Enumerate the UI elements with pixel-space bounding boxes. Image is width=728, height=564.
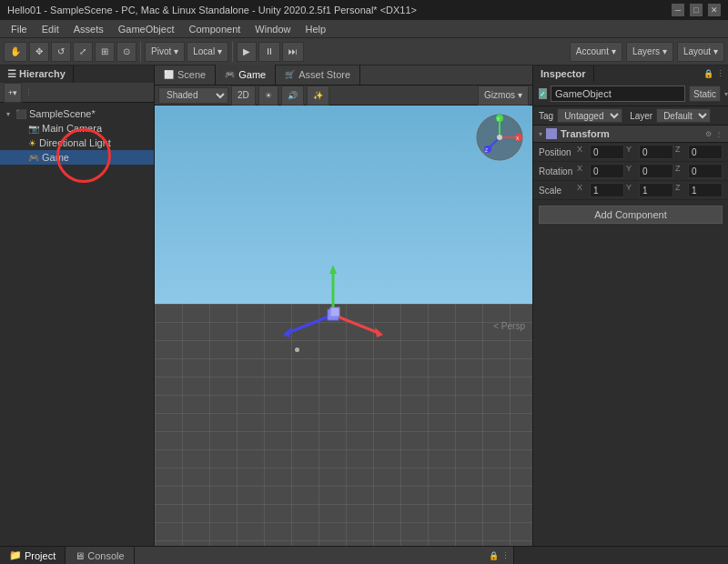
pivot-label: Pivot xyxy=(151,46,171,56)
tool-hand[interactable]: ✋ xyxy=(4,42,27,62)
layer-dropdown[interactable]: Default xyxy=(656,108,711,123)
static-button[interactable]: Static xyxy=(689,86,721,102)
position-fields: X Y Z xyxy=(577,145,723,159)
layout-label: Layout xyxy=(683,46,711,56)
shading-dropdown[interactable]: Shaded Wireframe xyxy=(158,87,228,104)
fx-button[interactable]: ✨ xyxy=(307,86,329,106)
menu-file[interactable]: File xyxy=(4,22,35,36)
tab-project[interactable]: 📁 Project xyxy=(0,547,66,564)
tool-rect[interactable]: ⊞ xyxy=(95,42,115,62)
hierarchy-samplescene-label: SampleScene* xyxy=(29,108,96,119)
position-z-input[interactable] xyxy=(688,145,723,159)
menu-bar: File Edit Assets GameObject Component Wi… xyxy=(0,20,728,38)
inspector-tab[interactable]: Inspector xyxy=(533,65,594,82)
transform-settings-icon[interactable]: ⚙ xyxy=(705,130,712,138)
hierarchy-item-maincamera[interactable]: 📷 Main Camera xyxy=(0,121,154,136)
scene-viewport[interactable]: < Persp Y X Z xyxy=(155,106,532,546)
position-y-input[interactable] xyxy=(639,145,673,159)
scale-z-input[interactable] xyxy=(688,183,723,197)
local-label: Local xyxy=(193,46,215,56)
game-tab-icon: 🎮 xyxy=(225,70,235,79)
tab-assetstore[interactable]: 🛒 Asset Store xyxy=(276,65,360,85)
navigation-gizmo[interactable]: Y X Z xyxy=(475,113,525,163)
static-dropdown-arrow[interactable]: ▾ xyxy=(724,90,728,98)
gizmos-button[interactable]: Gizmos▾ xyxy=(478,86,529,106)
scale-fields: X Y Z xyxy=(577,183,723,197)
step-button[interactable]: ⏭ xyxy=(282,42,304,62)
transform-label: Transform xyxy=(561,128,702,139)
tag-layer-row: Tag Untagged Layer Default xyxy=(533,106,728,126)
play-button[interactable]: ▶ xyxy=(237,42,257,62)
layers-button[interactable]: Layers▾ xyxy=(626,42,673,62)
pause-button[interactable]: ⏸ xyxy=(258,42,280,62)
close-button[interactable]: ✕ xyxy=(708,4,721,16)
pivot-button[interactable]: Pivot▾ xyxy=(145,42,185,62)
hierarchy-item-directionallight[interactable]: ☀ Directional Light xyxy=(0,136,154,150)
hierarchy-content: ▾ ⬛ SampleScene* 📷 Main Camera ☀ Directi… xyxy=(0,103,154,546)
rotation-x-input[interactable] xyxy=(590,164,624,178)
tool-rotate[interactable]: ↺ xyxy=(51,42,71,62)
project-menu-icon[interactable]: ⋮ xyxy=(501,551,510,560)
rotation-y-input[interactable] xyxy=(639,164,673,178)
gameobject-name-field[interactable] xyxy=(551,86,685,102)
lock-icon[interactable]: 🔒 xyxy=(703,69,713,78)
scale-y-input[interactable] xyxy=(639,183,673,197)
persp-label: < Persp xyxy=(493,321,525,331)
inspector-content: ✓ Static ▾ Tag Untagged Layer Default ▾ xyxy=(533,82,728,546)
tab-scene[interactable]: ⬜ Scene xyxy=(155,65,216,85)
scale-x-input[interactable] xyxy=(590,183,624,197)
tag-label: Tag xyxy=(539,111,553,121)
project-lock-icon[interactable]: 🔒 xyxy=(489,551,499,560)
menu-gameobject[interactable]: GameObject xyxy=(111,22,182,36)
inspector-header-icons: 🔒 ⋮ xyxy=(703,65,728,82)
assetstore-tab-label: Asset Store xyxy=(298,69,350,80)
title-bar: Hello01 - SampleScene - PC, Mac & Linux … xyxy=(0,0,728,20)
rotation-z-input[interactable] xyxy=(688,164,723,178)
audio-button[interactable]: 🔊 xyxy=(281,86,304,106)
project-header-icons: 🔒 ⋮ xyxy=(489,547,513,564)
menu-icon[interactable]: ⋮ xyxy=(716,69,724,78)
game-tab-label: Game xyxy=(238,69,266,80)
hierarchy-tab[interactable]: ☰ Hierarchy xyxy=(0,65,74,83)
menu-window[interactable]: Window xyxy=(248,22,298,36)
local-button[interactable]: Local▾ xyxy=(187,42,228,62)
menu-component[interactable]: Component xyxy=(181,22,248,36)
inspector-header: Inspector 🔒 ⋮ xyxy=(533,65,728,82)
maximize-button[interactable]: □ xyxy=(690,4,703,16)
menu-help[interactable]: Help xyxy=(298,22,333,36)
scale-row: Scale X Y Z xyxy=(533,181,728,200)
lighting-button[interactable]: ☀ xyxy=(258,86,278,106)
rotation-fields: X Y Z xyxy=(577,164,723,178)
svg-line-4 xyxy=(288,315,333,333)
tool-scale[interactable]: ⤢ xyxy=(73,42,93,62)
hierarchy-item-samplescene[interactable]: ▾ ⬛ SampleScene* xyxy=(0,106,154,121)
add-component-button[interactable]: Add Component xyxy=(539,206,723,224)
svg-point-18 xyxy=(497,135,502,140)
menu-assets[interactable]: Assets xyxy=(66,22,111,36)
scene-tab-icon: ⬜ xyxy=(164,70,174,79)
hierarchy-item-gameobject[interactable]: 🎮 Game xyxy=(0,150,154,165)
hierarchy-gameobject-label: Game xyxy=(42,152,69,163)
inspector-panel: Inspector 🔒 ⋮ ✓ Static ▾ Tag Untagged xyxy=(532,65,728,546)
scene-tabs-bar: ⬜ Scene 🎮 Game 🛒 Asset Store xyxy=(155,65,532,86)
separator-1 xyxy=(140,42,141,62)
account-button[interactable]: Account▾ xyxy=(570,42,622,62)
tool-move[interactable]: ✥ xyxy=(29,42,49,62)
transform-header[interactable]: ▾ Transform ⚙ ⋮ xyxy=(533,126,728,143)
hierarchy-header: ☰ Hierarchy xyxy=(0,65,154,83)
gameobject-icon: 🎮 xyxy=(28,153,39,163)
minimize-button[interactable]: ─ xyxy=(672,4,684,16)
transform-menu-icon[interactable]: ⋮ xyxy=(715,130,723,138)
layout-button[interactable]: Layout▾ xyxy=(677,42,724,62)
tool-transform[interactable]: ⊙ xyxy=(116,42,136,62)
position-x-input[interactable] xyxy=(590,145,624,159)
2d-button[interactable]: 2D xyxy=(231,86,256,106)
rotation-row: Rotation X Y Z xyxy=(533,162,728,181)
gameobject-active-checkbox[interactable]: ✓ xyxy=(539,88,547,99)
tag-dropdown[interactable]: Untagged xyxy=(557,108,622,123)
transform-icon xyxy=(546,128,557,139)
menu-edit[interactable]: Edit xyxy=(35,22,66,36)
tab-console[interactable]: 🖥 Console xyxy=(66,547,134,564)
hierarchy-add-button[interactable]: +▾ xyxy=(4,83,22,103)
tab-game[interactable]: 🎮 Game xyxy=(216,65,276,85)
